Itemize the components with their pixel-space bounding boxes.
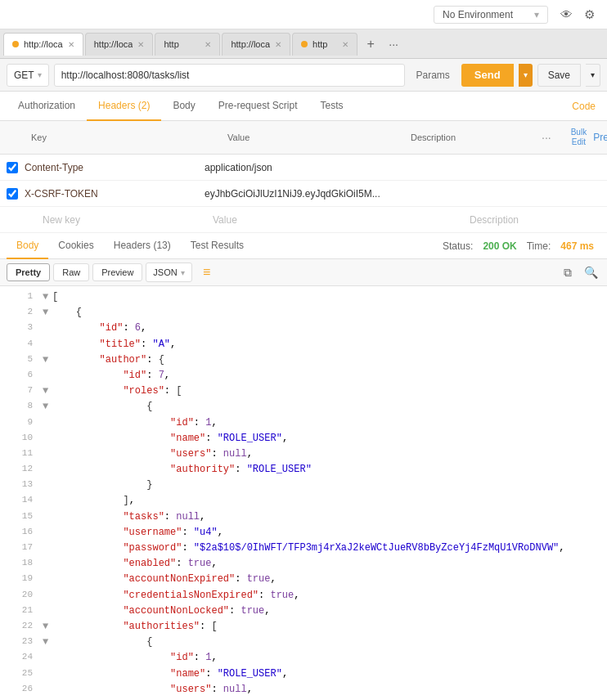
- new-desc-input[interactable]: Description: [470, 214, 600, 226]
- resp-tab-cookies-label: Cookies: [58, 240, 93, 251]
- new-key-input[interactable]: New key: [25, 214, 213, 226]
- resp-tab-test-results[interactable]: Test Results: [181, 233, 254, 259]
- close-icon-5[interactable]: ✕: [342, 40, 348, 49]
- json-line: 3 "id": 6,: [0, 321, 607, 336]
- preview-view-button[interactable]: Preview: [92, 263, 142, 281]
- json-code-line: "accountNonLocked": true,: [52, 604, 600, 619]
- save-button[interactable]: Save: [537, 64, 581, 87]
- json-line: 26 "users": null,: [0, 682, 607, 698]
- json-code-line: "users": null,: [52, 682, 600, 698]
- fold-toggle[interactable]: ▼: [43, 289, 52, 305]
- chevron-down-icon: ▾: [534, 9, 539, 20]
- json-code-line: "enabled": true,: [52, 556, 600, 572]
- send-button[interactable]: Send: [461, 64, 514, 87]
- fold-toggle[interactable]: ▼: [43, 384, 52, 399]
- line-number: 12: [7, 462, 33, 477]
- url-input[interactable]: [54, 64, 405, 87]
- json-line: 6 "id": 7,: [0, 368, 607, 384]
- fold-toggle[interactable]: ▼: [43, 399, 52, 415]
- browser-tab-4[interactable]: http://loca ✕: [222, 33, 290, 56]
- tab-body-label: Body: [173, 100, 195, 111]
- header-row-1-checkbox[interactable]: [7, 162, 18, 173]
- json-code-line: "password": "$2a$10$/0IhWFT/TFP3mj4rXaJ2…: [52, 541, 600, 556]
- json-line: 16 "username": "u4",: [0, 525, 607, 541]
- json-code-line: "id": 1,: [52, 650, 600, 666]
- params-button[interactable]: Params: [410, 66, 456, 84]
- word-wrap-button[interactable]: ≡: [196, 262, 218, 282]
- json-line: 4 "title": "A",: [0, 337, 607, 352]
- code-button[interactable]: Code: [567, 92, 600, 120]
- pretty-view-button[interactable]: Pretty: [7, 263, 50, 281]
- browser-tab-5[interactable]: http ✕: [292, 33, 357, 56]
- json-code-line: "username": "u4",: [52, 525, 600, 541]
- tab-headers[interactable]: Headers (2): [87, 92, 161, 121]
- line-number: 19: [7, 572, 33, 586]
- json-toolbar: Pretty Raw Preview JSON ▾ ≡ ⧉ 🔍: [0, 259, 607, 286]
- json-line: 15 "tasks": null,: [0, 509, 607, 525]
- json-line: 11 "users": null,: [0, 446, 607, 462]
- send-dropdown-button[interactable]: ▾: [519, 64, 533, 87]
- add-tab-button[interactable]: +: [359, 33, 382, 56]
- json-code-line: [: [52, 289, 600, 305]
- browser-tab-3[interactable]: http ✕: [155, 33, 220, 56]
- json-format-select[interactable]: JSON ▾: [146, 262, 191, 282]
- bulk-edit-label: Bulk: [571, 128, 587, 137]
- header-row-1-key[interactable]: Content-Type: [25, 162, 205, 173]
- json-code-line: "title": "A",: [52, 337, 600, 352]
- header-row-2-key[interactable]: X-CSRF-TOKEN: [25, 188, 205, 200]
- headers-column-headers: Key Value Description ··· Bulk Edit Pres…: [0, 121, 607, 155]
- close-icon-4[interactable]: ✕: [275, 40, 281, 49]
- json-line: 5▼ "author": {: [0, 352, 607, 368]
- more-tabs-button[interactable]: ···: [382, 33, 405, 56]
- json-line: 25 "name": "ROLE_USER",: [0, 666, 607, 682]
- json-line: 12 "authority": "ROLE_USER": [0, 462, 607, 478]
- header-row-1-value[interactable]: application/json: [205, 162, 470, 173]
- description-column-header: Description: [404, 129, 535, 146]
- copy-button[interactable]: ⧉: [558, 262, 578, 282]
- tab-dot-1: [12, 41, 19, 47]
- eye-icon-button[interactable]: 👁: [555, 3, 578, 26]
- json-code-line: "author": {: [52, 352, 600, 368]
- tab-authorization[interactable]: Authorization: [7, 92, 87, 121]
- json-code-line: "id": 7,: [52, 368, 600, 384]
- header-row-2-checkbox[interactable]: [7, 188, 18, 200]
- line-number: 9: [7, 415, 33, 430]
- new-value-input[interactable]: Value: [213, 214, 470, 226]
- close-icon-2[interactable]: ✕: [137, 40, 144, 49]
- gear-icon-button[interactable]: ⚙: [578, 3, 600, 26]
- close-icon[interactable]: ✕: [68, 40, 74, 49]
- tab-tests[interactable]: Tests: [308, 92, 354, 121]
- save-dropdown-button[interactable]: ▾: [586, 64, 600, 87]
- bulk-edit-button[interactable]: Bulk Edit: [571, 128, 587, 147]
- search-button[interactable]: 🔍: [581, 262, 600, 282]
- request-tabs: Authorization Headers (2) Body Pre-reque…: [0, 92, 607, 121]
- tab-prerequest[interactable]: Pre-request Script: [207, 92, 309, 121]
- json-response-content: 1▼[2▼ {3 "id": 6,4 "title": "A",5▼ "auth…: [0, 286, 607, 700]
- actions-column-header: ··· Bulk Edit Presets ▾: [535, 124, 600, 150]
- close-icon-3[interactable]: ✕: [205, 40, 211, 49]
- fold-toggle[interactable]: ▼: [43, 619, 52, 635]
- json-code-line: "users": null,: [52, 446, 600, 462]
- env-select[interactable]: No Environment ▾: [434, 6, 548, 24]
- raw-view-button[interactable]: Raw: [53, 263, 89, 281]
- fold-toggle[interactable]: ▼: [43, 305, 52, 321]
- browser-tab-2[interactable]: http://loca ✕: [85, 33, 154, 56]
- browser-tab-1[interactable]: http://loca ✕: [3, 33, 83, 56]
- tab-body[interactable]: Body: [161, 92, 206, 121]
- tab-dot-5: [301, 41, 308, 47]
- browser-tab-3-label: http: [164, 39, 178, 49]
- fold-toggle[interactable]: ▼: [43, 352, 52, 368]
- presets-button[interactable]: Presets ▾: [593, 132, 607, 143]
- fold-toggle[interactable]: ▼: [43, 635, 52, 650]
- header-row-2-value[interactable]: eyJhbGciOiJlUzI1NiJ9.eyJqdGkiOiI5M...: [205, 188, 470, 200]
- resp-tab-body[interactable]: Body: [7, 233, 48, 259]
- resp-tab-headers-label: Headers (13): [114, 240, 171, 251]
- resp-tab-headers[interactable]: Headers (13): [104, 233, 181, 259]
- line-number: 26: [7, 682, 33, 697]
- json-line: 10 "name": "ROLE_USER",: [0, 431, 607, 446]
- env-bar: No Environment ▾ 👁 ⚙: [0, 0, 607, 29]
- json-line: 8▼ {: [0, 399, 607, 415]
- method-select[interactable]: GET ▾: [7, 64, 49, 87]
- resp-tab-cookies[interactable]: Cookies: [48, 233, 103, 259]
- time-value: 467 ms: [560, 240, 594, 252]
